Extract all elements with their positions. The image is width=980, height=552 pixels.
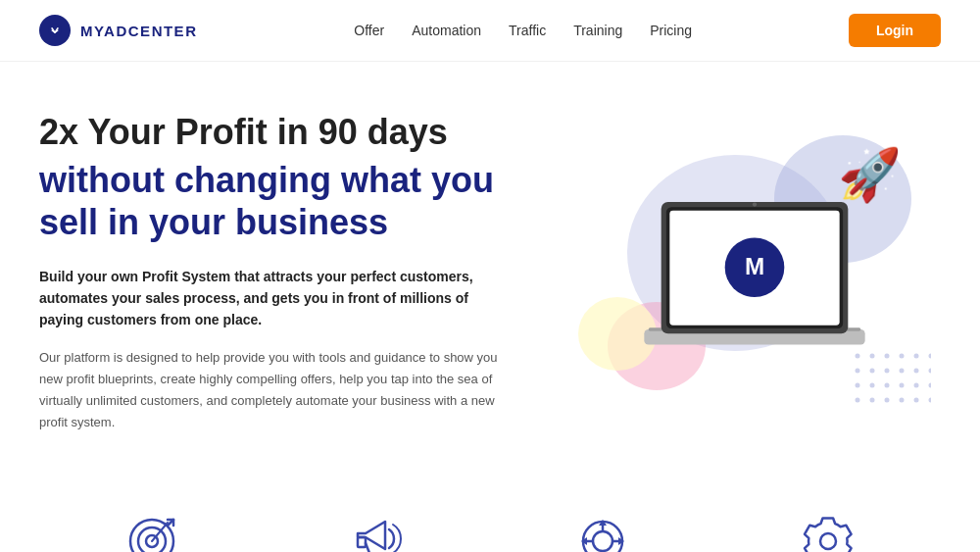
svg-point-14 xyxy=(885,382,890,387)
svg-point-41 xyxy=(593,531,612,551)
feature-create: Create Offer xyxy=(265,492,490,552)
header: MYADCENTER Offer Automation Traffic Trai… xyxy=(0,0,980,62)
svg-point-22 xyxy=(914,397,919,402)
logo: MYADCENTER xyxy=(39,15,197,46)
hero-headline-blue: without changing what you sell in your b… xyxy=(39,159,510,243)
hero-body: Our platform is designed to help provide… xyxy=(39,347,510,433)
svg-point-23 xyxy=(929,397,932,402)
svg-point-5 xyxy=(929,353,932,358)
nav-automation[interactable]: Automation xyxy=(412,23,481,38)
svg-point-9 xyxy=(900,368,905,373)
svg-point-2 xyxy=(885,353,890,358)
svg-point-13 xyxy=(870,382,875,387)
nav-offer[interactable]: Offer xyxy=(354,23,384,38)
svg-point-7 xyxy=(870,368,875,373)
svg-point-12 xyxy=(856,382,860,387)
svg-point-19 xyxy=(870,397,875,402)
svg-point-46 xyxy=(820,533,836,549)
megaphone-icon xyxy=(348,512,407,552)
hero-illustration: 🚀 M xyxy=(568,125,941,420)
feature-build: Build Profit Blueprint xyxy=(39,492,265,552)
rocket-icon: 🚀 xyxy=(838,145,902,205)
svg-point-6 xyxy=(856,368,860,373)
hero-subheadline: Build your own Profit System that attrac… xyxy=(39,266,510,331)
main-nav: Offer Automation Traffic Training Pricin… xyxy=(354,23,692,38)
svg-point-17 xyxy=(929,382,932,387)
login-button[interactable]: Login xyxy=(849,14,941,47)
svg-point-31 xyxy=(753,203,757,207)
svg-point-16 xyxy=(914,382,919,387)
hero-section: 2x Your Profit in 90 days without changi… xyxy=(0,62,980,463)
svg-point-11 xyxy=(929,368,932,373)
brand-name: MYADCENTER xyxy=(80,23,197,39)
feature-unlock: Unlock Traffic xyxy=(490,492,715,552)
svg-point-10 xyxy=(914,368,919,373)
target-icon xyxy=(122,512,181,552)
svg-point-21 xyxy=(900,397,905,402)
svg-rect-39 xyxy=(358,537,366,547)
nav-pricing[interactable]: Pricing xyxy=(650,23,692,38)
svg-point-20 xyxy=(885,397,890,402)
svg-point-3 xyxy=(900,353,905,358)
feature-automate: Automate System xyxy=(715,492,941,552)
features-section: Build Profit Blueprint Create Offer xyxy=(0,463,980,552)
hero-copy: 2x Your Profit in 90 days without changi… xyxy=(39,111,510,433)
logo-icon xyxy=(39,15,71,46)
svg-point-18 xyxy=(856,397,860,402)
traffic-icon xyxy=(573,512,632,552)
svg-point-15 xyxy=(900,382,905,387)
nav-training[interactable]: Training xyxy=(573,23,622,38)
svg-point-4 xyxy=(914,353,919,358)
gear-icon xyxy=(799,512,858,552)
svg-point-8 xyxy=(885,368,890,373)
hero-headline-black: 2x Your Profit in 90 days xyxy=(39,111,510,153)
svg-text:M: M xyxy=(745,253,764,279)
nav-traffic[interactable]: Traffic xyxy=(509,23,546,38)
laptop-illustration: M xyxy=(627,176,882,368)
